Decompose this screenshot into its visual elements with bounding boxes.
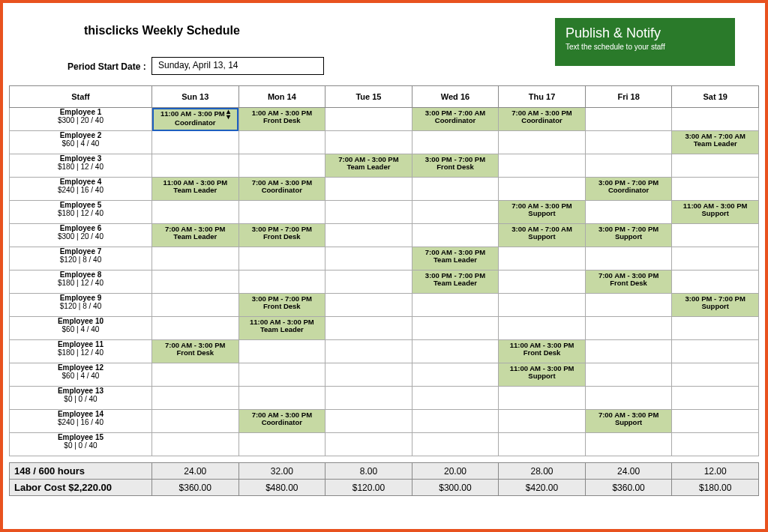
shift-cell[interactable]: 3:00 PM - 7:00 PMFront Desk [238, 294, 326, 317]
shift-cell[interactable]: 7:00 AM - 3:00 PMTeam Leader [326, 154, 412, 178]
shift-cell[interactable] [326, 224, 412, 247]
shift-cell[interactable]: 3:00 AM - 7:00 AMTeam Leader [672, 131, 759, 154]
shift-cell[interactable] [326, 410, 412, 433]
shift-cell[interactable] [326, 270, 412, 294]
shift-cell[interactable] [672, 340, 759, 363]
shift-cell[interactable] [499, 294, 586, 317]
shift-cell[interactable] [152, 410, 239, 433]
shift-cell[interactable] [152, 201, 239, 224]
shift-cell[interactable] [672, 224, 759, 247]
shift-cell[interactable] [326, 294, 412, 317]
shift-cell[interactable] [412, 387, 499, 410]
shift-cell[interactable] [499, 131, 586, 154]
shift-cell[interactable] [672, 317, 759, 340]
shift-cell[interactable] [238, 247, 326, 270]
shift-cell[interactable]: 11:00 AM - 3:00 PMTeam Leader [152, 178, 239, 201]
shift-cell[interactable] [326, 201, 412, 224]
shift-cell[interactable] [672, 270, 759, 294]
shift-cell[interactable]: 7:00 AM - 3:00 PMFront Desk [585, 270, 672, 294]
shift-cell[interactable] [152, 387, 239, 410]
shift-cell[interactable]: 7:00 AM - 3:00 PMFront Desk [152, 340, 239, 363]
shift-cell[interactable]: 11:00 AM - 3:00 PMTeam Leader [238, 317, 326, 340]
period-start-date-input[interactable]: Sunday, April 13, 14 [152, 57, 324, 75]
shift-cell[interactable] [672, 247, 759, 270]
shift-cell[interactable] [238, 131, 326, 154]
shift-cell[interactable]: 7:00 AM - 3:00 PMTeam Leader [412, 247, 499, 270]
shift-cell[interactable]: 11:00 AM - 3:00 PMFront Desk [499, 340, 586, 363]
shift-cell[interactable] [326, 178, 412, 201]
shift-cell[interactable] [499, 270, 586, 294]
shift-cell[interactable] [585, 317, 672, 340]
shift-cell[interactable] [499, 387, 586, 410]
shift-cell[interactable] [152, 317, 239, 340]
shift-cell[interactable] [238, 201, 326, 224]
shift-cell[interactable]: 7:00 AM - 3:00 PMCoordinator [238, 178, 326, 201]
shift-cell[interactable]: 3:00 PM - 7:00 PMFront Desk [238, 224, 326, 247]
shift-cell[interactable]: 3:00 PM - 7:00 PMCoordinator [585, 178, 672, 201]
shift-cell[interactable]: 11:00 AM - 3:00 PM▴▾Coordinator [152, 108, 239, 131]
shift-cell[interactable] [672, 410, 759, 433]
shift-cell[interactable] [326, 340, 412, 363]
shift-cell[interactable]: 7:00 AM - 3:00 PMCoordinator [238, 410, 326, 433]
shift-cell[interactable] [152, 294, 239, 317]
shift-cell[interactable] [326, 387, 412, 410]
shift-cell[interactable] [412, 201, 499, 224]
shift-cell[interactable]: 11:00 AM - 3:00 PMSupport [672, 201, 759, 224]
shift-cell[interactable] [499, 433, 586, 456]
publish-notify-button[interactable]: Publish & Notify Text the schedule to yo… [555, 18, 735, 66]
shift-cell[interactable] [152, 131, 239, 154]
shift-cell[interactable] [585, 154, 672, 178]
shift-cell[interactable] [326, 433, 412, 456]
shift-cell[interactable]: 3:00 AM - 7:00 AMSupport [499, 224, 586, 247]
shift-cell[interactable] [238, 363, 326, 387]
shift-cell[interactable] [672, 108, 759, 131]
shift-cell[interactable] [585, 340, 672, 363]
shift-cell[interactable] [499, 154, 586, 178]
shift-cell[interactable]: 3:00 PM - 7:00 PMTeam Leader [412, 270, 499, 294]
shift-cell[interactable]: 7:00 AM - 3:00 PMSupport [585, 410, 672, 433]
shift-cell[interactable] [585, 247, 672, 270]
shift-cell[interactable] [326, 108, 412, 131]
shift-cell[interactable] [585, 433, 672, 456]
shift-cell[interactable]: 3:00 PM - 7:00 PMSupport [585, 224, 672, 247]
shift-cell[interactable]: 11:00 AM - 3:00 PMSupport [499, 363, 586, 387]
shift-cell[interactable]: 3:00 PM - 7:00 PMFront Desk [412, 154, 499, 178]
shift-cell[interactable] [585, 108, 672, 131]
shift-cell[interactable] [412, 131, 499, 154]
shift-cell[interactable] [238, 154, 326, 178]
shift-cell[interactable] [499, 247, 586, 270]
shift-cell[interactable] [152, 247, 239, 270]
shift-cell[interactable] [672, 387, 759, 410]
shift-cell[interactable] [585, 363, 672, 387]
shift-cell[interactable] [238, 340, 326, 363]
shift-cell[interactable] [238, 433, 326, 456]
shift-cell[interactable] [412, 410, 499, 433]
stepper-icon[interactable]: ▴▾ [226, 109, 230, 119]
shift-cell[interactable] [326, 131, 412, 154]
shift-cell[interactable] [326, 317, 412, 340]
shift-cell[interactable] [585, 294, 672, 317]
shift-cell[interactable] [152, 433, 239, 456]
shift-cell[interactable]: 7:00 AM - 3:00 PMTeam Leader [152, 224, 239, 247]
shift-cell[interactable]: 7:00 AM - 3:00 PMSupport [499, 201, 586, 224]
shift-cell[interactable]: 1:00 AM - 3:00 PMFront Desk [238, 108, 326, 131]
shift-cell[interactable] [152, 154, 239, 178]
shift-cell[interactable] [412, 340, 499, 363]
shift-cell[interactable] [672, 178, 759, 201]
shift-cell[interactable] [672, 363, 759, 387]
shift-cell[interactable] [412, 178, 499, 201]
shift-cell[interactable] [238, 270, 326, 294]
shift-cell[interactable] [672, 433, 759, 456]
shift-cell[interactable] [499, 178, 586, 201]
shift-cell[interactable]: 7:00 AM - 3:00 PMCoordinator [499, 108, 586, 131]
shift-cell[interactable]: 3:00 PM - 7:00 PMSupport [672, 294, 759, 317]
shift-cell[interactable] [412, 224, 499, 247]
shift-cell[interactable] [412, 317, 499, 340]
shift-cell[interactable] [412, 363, 499, 387]
shift-cell[interactable] [238, 387, 326, 410]
shift-cell[interactable] [672, 154, 759, 178]
shift-cell[interactable] [326, 247, 412, 270]
shift-cell[interactable] [585, 201, 672, 224]
shift-cell[interactable] [152, 270, 239, 294]
shift-cell[interactable] [585, 387, 672, 410]
